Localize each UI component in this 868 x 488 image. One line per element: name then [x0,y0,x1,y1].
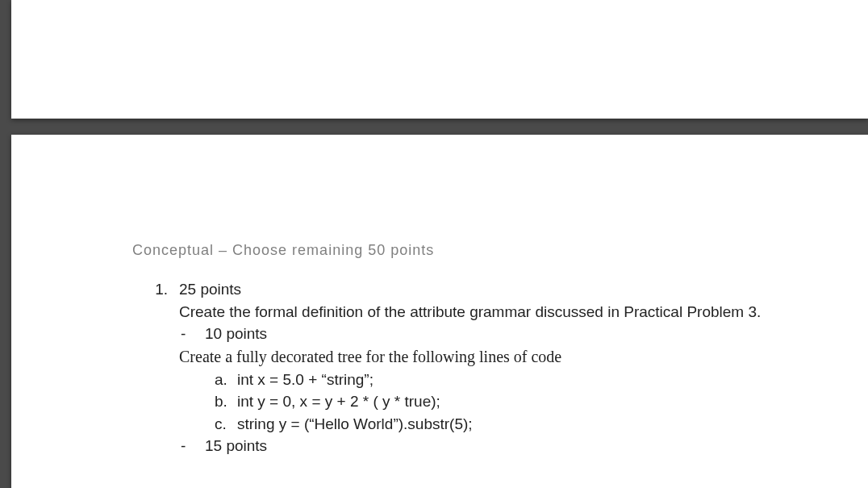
question-prompt-main: Create the formal definition of the attr… [179,301,852,323]
question-prompt-tree: Create a fully decorated tree for the fo… [179,345,852,369]
page-content: Conceptual – Choose remaining 50 points … [132,240,852,457]
dash-icon: - [179,435,205,457]
code-item-a: a. int x = 5.0 + “string”; [215,369,852,391]
subpoints-2-text: 15 points [205,435,267,457]
code-list: a. int x = 5.0 + “string”; b. int y = 0,… [179,369,852,436]
question-body: 25 points Create the formal definition o… [179,278,852,457]
item-letter: a. [215,369,237,391]
subpoints-2: - 15 points [179,435,852,457]
question-number: 1. [132,278,179,457]
page-previous [11,0,868,119]
subpoints-1: - 10 points [179,323,852,345]
document-viewport: Conceptual – Choose remaining 50 points … [0,0,868,488]
dash-icon: - [179,323,205,345]
section-header: Conceptual – Choose remaining 50 points [132,240,852,261]
question-points: 25 points [179,278,852,301]
code-item-b: b. int y = 0, x = y + 2 * ( y * true); [215,390,852,413]
item-letter: c. [215,413,237,436]
subpoints-1-text: 10 points [205,323,267,345]
code-item-c: c. string y = (“Hello World”).substr(5); [215,413,852,436]
page-current: Conceptual – Choose remaining 50 points … [11,135,868,488]
item-code: int y = 0, x = y + 2 * ( y * true); [237,390,440,413]
item-code: string y = (“Hello World”).substr(5); [237,413,473,436]
item-code: int x = 5.0 + “string”; [237,369,373,391]
item-letter: b. [215,390,237,413]
question-1: 1. 25 points Create the formal definitio… [132,278,852,457]
